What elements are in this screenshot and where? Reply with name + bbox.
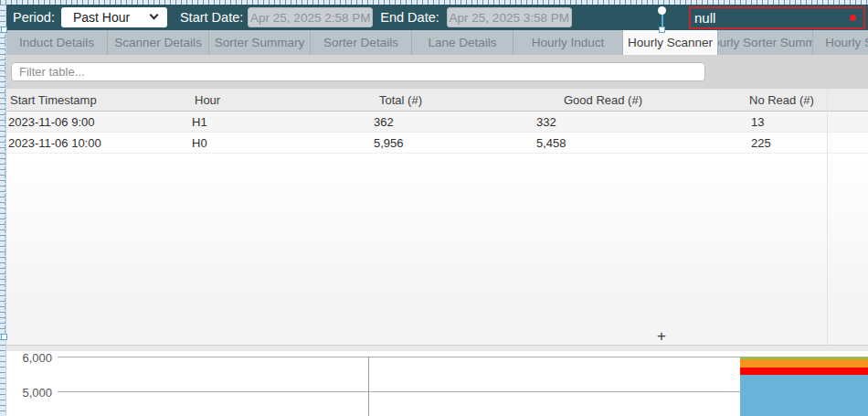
table-cell: 5,458 xyxy=(535,136,736,150)
table-cell: 225 xyxy=(736,136,868,150)
start-date-value: Apr 25, 2025 2:58 PM xyxy=(250,11,370,25)
table-cell: 13 xyxy=(736,115,868,129)
bar-segment-H0-orange-segment xyxy=(740,359,868,368)
bar-segment-H0-good-read xyxy=(740,375,868,416)
selected-label-overlay[interactable]: null xyxy=(689,6,865,29)
table-cell: 2023-11-06 10:00 xyxy=(6,136,187,150)
column-header-start-timestamp[interactable]: Start Timestamp xyxy=(6,93,187,107)
end-date-label: End Date: xyxy=(380,10,439,25)
column-header-total-[interactable]: Total (#) xyxy=(370,93,535,107)
ruler-selection-handle-bottom[interactable] xyxy=(1,334,7,340)
column-header-good-read-[interactable]: Good Read (#) xyxy=(535,93,736,107)
tab-bar: Induct DetailsScanner DetailsSorter Summ… xyxy=(6,30,868,55)
table-row[interactable]: 2023-11-06 10:00H05,9565,458225 xyxy=(6,133,868,154)
filter-bar xyxy=(6,55,868,89)
tab-sorter-summary[interactable]: Sorter Summary xyxy=(209,30,311,55)
tab-sorter-details[interactable]: Sorter Details xyxy=(311,30,412,55)
ruler-selection-handle-top[interactable] xyxy=(1,27,7,33)
selected-label-text: null xyxy=(694,10,715,26)
table-cell: H1 xyxy=(187,115,370,129)
selection-anchor-circle[interactable] xyxy=(658,6,666,15)
stacked-bar-chart: 6,0005,000 xyxy=(6,351,868,416)
plus-icon[interactable]: + xyxy=(654,329,669,344)
period-dropdown[interactable]: Past Hour xyxy=(61,7,167,27)
column-header-no-read-[interactable]: No Read (#) xyxy=(736,93,868,107)
tab-induct-details[interactable]: Induct Details xyxy=(6,30,108,55)
table-right-edge xyxy=(827,89,828,345)
dashboard-view: Period: Past Hour Start Date: Apr 25, 20… xyxy=(6,5,868,416)
tab-hourly-sort[interactable]: Hourly Sort xyxy=(813,30,868,55)
column-header-hour[interactable]: Hour xyxy=(187,93,370,107)
table-cell: 2023-11-06 9:00 xyxy=(6,115,187,129)
category-divider-line xyxy=(368,357,369,416)
table-cell: 332 xyxy=(535,115,736,129)
tab-hourly-induct[interactable]: Hourly Induct xyxy=(513,30,623,55)
horizontal-ruler xyxy=(0,0,868,5)
table-cell: 362 xyxy=(370,115,535,129)
table-cell: H0 xyxy=(187,136,370,150)
table-header-row: Start TimestampHourTotal (#)Good Read (#… xyxy=(6,89,868,112)
end-date-input[interactable]: Apr 25, 2025 3:58 PM xyxy=(447,7,572,27)
binding-indicator-dot xyxy=(850,15,856,21)
bar-segment-H0-green-segment xyxy=(740,357,868,359)
end-date-value: Apr 25, 2025 3:58 PM xyxy=(450,11,569,25)
period-label: Period: xyxy=(13,10,55,25)
table-row[interactable]: 2023-11-06 9:00H136233213 xyxy=(6,112,868,133)
selection-anchor-square[interactable] xyxy=(659,27,665,33)
y-axis-tick-label: 6,000 xyxy=(6,351,52,364)
bar-segment-H0-no-read xyxy=(740,368,868,376)
chevron-down-icon xyxy=(150,11,159,20)
period-dropdown-value: Past Hour xyxy=(73,10,130,25)
filter-table-input[interactable] xyxy=(11,62,705,81)
tab-scanner-details[interactable]: Scanner Details xyxy=(108,30,209,55)
section-divider xyxy=(6,345,868,351)
table-cell: 5,956 xyxy=(370,136,535,150)
start-date-label: Start Date: xyxy=(180,10,243,25)
table-empty-area xyxy=(6,154,868,345)
tab-lane-details[interactable]: Lane Details xyxy=(412,30,513,55)
y-axis-tick-label: 5,000 xyxy=(6,386,52,400)
start-date-input[interactable]: Apr 25, 2025 2:58 PM xyxy=(248,7,373,27)
tab-hourly-scanner[interactable]: Hourly Scanner xyxy=(623,30,718,55)
tab-hourly-sorter-summar[interactable]: Hourly Sorter Summar xyxy=(718,30,813,55)
selection-extent-guide xyxy=(5,30,5,337)
